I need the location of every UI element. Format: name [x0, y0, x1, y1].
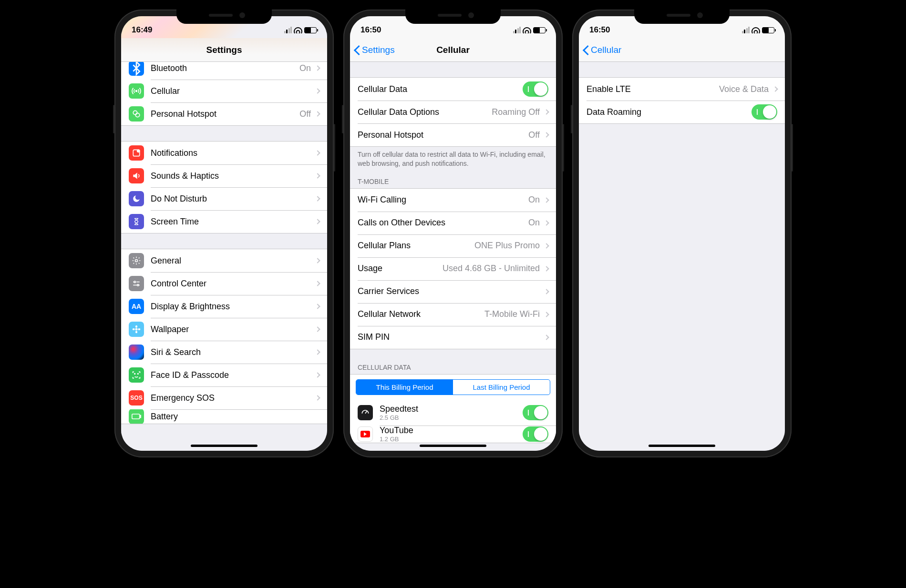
- svg-point-14: [135, 331, 137, 333]
- row-general[interactable]: General: [121, 249, 327, 272]
- siri-icon: [129, 345, 144, 360]
- row-siri[interactable]: Siri & Search: [121, 341, 327, 364]
- row-plans[interactable]: Cellular Plans ONE Plus Promo: [350, 234, 556, 257]
- status-time: 16:50: [360, 25, 381, 35]
- phone-settings: 16:49 Settings Bluetooth: [114, 10, 334, 457]
- row-wallpaper[interactable]: Wallpaper: [121, 318, 327, 341]
- face-icon: [129, 367, 144, 383]
- row-control-center[interactable]: Control Center: [121, 272, 327, 295]
- svg-rect-20: [140, 416, 141, 418]
- chevron-right-icon: [315, 326, 320, 332]
- row-faceid[interactable]: Face ID & Passcode: [121, 364, 327, 386]
- moon-icon: [129, 191, 144, 206]
- row-data-roaming[interactable]: Data Roaming: [579, 101, 785, 123]
- options-content[interactable]: Enable LTE Voice & Data Data Roaming: [579, 62, 785, 451]
- seg-this-period[interactable]: This Billing Period: [356, 380, 453, 395]
- chevron-right-icon: [544, 197, 549, 203]
- cellular-data-toggle[interactable]: [523, 81, 548, 97]
- notch: [405, 10, 501, 24]
- svg-rect-19: [132, 414, 140, 419]
- row-app-youtube[interactable]: YouTube 1.2 GB: [350, 426, 556, 443]
- chevron-right-icon: [315, 219, 320, 224]
- chevron-right-icon: [315, 281, 320, 286]
- wifi-icon: [294, 27, 302, 33]
- carrier-header: T-MOBILE: [350, 175, 556, 188]
- row-carrier-services[interactable]: Carrier Services: [350, 280, 556, 303]
- cellular-footer: Turn off cellular data to restrict all d…: [350, 147, 556, 170]
- row-sim-pin[interactable]: SIM PIN: [350, 326, 556, 349]
- home-indicator[interactable]: [420, 445, 486, 447]
- row-wifi-calling[interactable]: Wi-Fi Calling On: [350, 189, 556, 212]
- row-bluetooth[interactable]: Bluetooth On: [121, 62, 327, 80]
- wifi-icon: [752, 27, 760, 33]
- nav-bar: Settings Cellular: [350, 38, 556, 62]
- back-button[interactable]: Cellular: [583, 45, 621, 55]
- home-indicator[interactable]: [191, 445, 257, 447]
- chevron-right-icon: [544, 312, 549, 317]
- row-hotspot[interactable]: Personal Hotspot Off: [350, 123, 556, 146]
- youtube-icon: [358, 426, 373, 442]
- seg-last-period[interactable]: Last Billing Period: [453, 380, 550, 395]
- chevron-left-icon: [583, 45, 589, 55]
- row-cellular-data[interactable]: Cellular Data: [350, 78, 556, 101]
- row-usage[interactable]: Usage Used 4.68 GB - Unlimited: [350, 257, 556, 280]
- row-app-speedtest[interactable]: Speedtest 2.5 GB: [350, 400, 556, 426]
- chevron-right-icon: [315, 173, 320, 178]
- billing-segment[interactable]: This Billing Period Last Billing Period: [356, 379, 550, 395]
- battery-icon: [304, 27, 317, 33]
- svg-point-6: [134, 281, 135, 283]
- nav-bar: Cellular: [579, 38, 785, 62]
- chevron-right-icon: [544, 335, 549, 340]
- svg-point-17: [134, 374, 135, 375]
- gear-icon: [129, 253, 144, 268]
- youtube-toggle[interactable]: [523, 426, 548, 442]
- svg-point-16: [138, 328, 140, 330]
- row-screentime[interactable]: Screen Time: [121, 210, 327, 233]
- phone-options: 16:50 Cellular Enable LTE Voice & Data: [572, 10, 792, 457]
- battery-icon: [129, 409, 144, 424]
- chevron-right-icon: [544, 220, 549, 225]
- chevron-right-icon: [772, 86, 778, 91]
- battery-icon: [533, 27, 546, 33]
- chevron-right-icon: [315, 395, 320, 400]
- flower-icon: [129, 322, 144, 337]
- cellular-content[interactable]: Cellular Data Cellular Data Options Roam…: [350, 62, 556, 451]
- nav-bar: Settings: [121, 38, 327, 62]
- svg-point-0: [136, 91, 137, 92]
- chevron-right-icon: [315, 349, 320, 355]
- settings-content[interactable]: Bluetooth On Cellular Personal Hotspot: [121, 62, 327, 451]
- notch: [634, 10, 730, 24]
- chevron-right-icon: [544, 109, 549, 114]
- nav-title: Cellular: [436, 45, 470, 55]
- antenna-icon: [129, 83, 144, 99]
- hotspot-icon: [129, 106, 144, 122]
- chevron-right-icon: [315, 372, 320, 377]
- row-calls-other[interactable]: Calls on Other Devices On: [350, 212, 556, 234]
- chevron-right-icon: [315, 304, 320, 309]
- svg-point-2: [135, 113, 139, 117]
- sounds-icon: [129, 168, 144, 183]
- row-sos[interactable]: SOS Emergency SOS: [121, 386, 327, 409]
- chevron-left-icon: [354, 45, 360, 55]
- row-cellular-network[interactable]: Cellular Network T-Mobile Wi-Fi: [350, 303, 556, 326]
- speedtest-toggle[interactable]: [523, 405, 548, 420]
- row-display[interactable]: AA Display & Brightness: [121, 295, 327, 318]
- svg-point-18: [138, 374, 139, 375]
- data-roaming-toggle[interactable]: [752, 104, 777, 120]
- row-hotspot[interactable]: Personal Hotspot Off: [121, 102, 327, 125]
- row-sounds[interactable]: Sounds & Haptics: [121, 164, 327, 187]
- row-battery[interactable]: Battery: [121, 409, 327, 424]
- row-dnd[interactable]: Do Not Disturb: [121, 187, 327, 210]
- back-button[interactable]: Settings: [354, 45, 395, 55]
- phone-cellular: 16:50 Settings Cellular Cellular Data: [343, 10, 563, 457]
- sos-icon: SOS: [129, 390, 144, 406]
- svg-point-5: [135, 260, 138, 262]
- row-cellular[interactable]: Cellular: [121, 80, 327, 102]
- svg-point-9: [137, 284, 139, 286]
- row-notifications[interactable]: Notifications: [121, 142, 327, 164]
- row-enable-lte[interactable]: Enable LTE Voice & Data: [579, 78, 785, 101]
- row-cellular-options[interactable]: Cellular Data Options Roaming Off: [350, 101, 556, 123]
- wifi-icon: [523, 27, 531, 33]
- home-indicator[interactable]: [649, 445, 715, 447]
- svg-point-12: [135, 328, 138, 331]
